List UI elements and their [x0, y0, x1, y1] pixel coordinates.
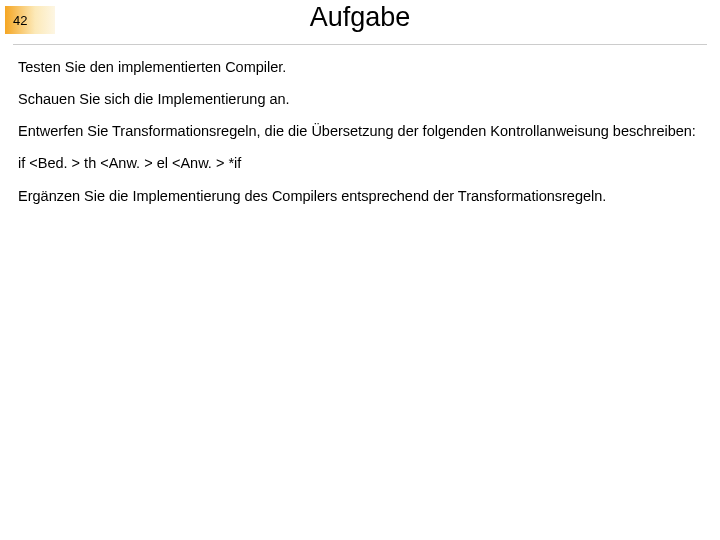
slide-header: 42 Aufgabe	[0, 0, 720, 40]
slide-title: Aufgabe	[310, 2, 411, 33]
paragraph-3: Entwerfen Sie Transformationsregeln, die…	[18, 122, 702, 140]
header-divider	[13, 44, 707, 45]
slide-content: Testen Sie den implementierten Compiler.…	[18, 58, 702, 219]
paragraph-1: Testen Sie den implementierten Compiler.	[18, 58, 702, 76]
slide-number-box: 42	[5, 6, 55, 34]
slide-number: 42	[13, 13, 27, 28]
paragraph-2: Schauen Sie sich die Implementierung an.	[18, 90, 702, 108]
paragraph-4: if <Bed. > th <Anw. > el <Anw. > *if	[18, 154, 702, 172]
paragraph-5: Ergänzen Sie die Implementierung des Com…	[18, 187, 702, 205]
